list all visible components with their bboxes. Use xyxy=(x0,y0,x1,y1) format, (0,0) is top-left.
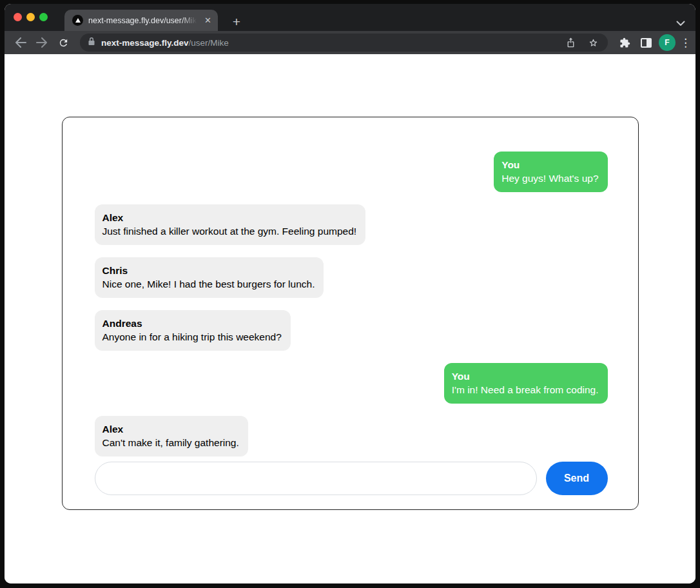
message-list: You Hey guys! What's up? Alex Just finis… xyxy=(95,152,608,456)
zoom-window-button[interactable] xyxy=(39,13,48,21)
message-sender: Andreas xyxy=(102,317,282,330)
reload-icon[interactable] xyxy=(55,34,72,51)
composer-row: Send xyxy=(95,462,608,495)
url-host: next-message.fly.dev xyxy=(101,38,189,48)
bookmark-star-icon[interactable] xyxy=(585,34,601,51)
chat-card: You Hey guys! What's up? Alex Just finis… xyxy=(62,117,639,510)
tab-strip: next-message.fly.dev/user/Mike ✕ + xyxy=(5,4,695,31)
extensions-puzzle-icon[interactable] xyxy=(616,34,633,51)
url-text: next-message.fly.dev/user/Mike xyxy=(101,38,229,48)
send-button[interactable]: Send xyxy=(546,462,608,495)
message-sender: Chris xyxy=(102,264,315,277)
message-bubble: Alex Can't make it, family gathering. xyxy=(95,416,248,456)
chevron-down-icon[interactable] xyxy=(676,17,685,29)
close-window-button[interactable] xyxy=(14,13,22,21)
site-favicon-icon xyxy=(72,15,83,26)
page-content: You Hey guys! What's up? Alex Just finis… xyxy=(5,54,695,583)
side-panel-icon[interactable] xyxy=(637,34,654,51)
browser-window: next-message.fly.dev/user/Mike ✕ + next-… xyxy=(5,4,695,583)
message-text: I'm in! Need a break from coding. xyxy=(452,383,599,397)
message-sender: Alex xyxy=(102,422,239,436)
message-input[interactable] xyxy=(95,462,537,495)
tab-close-icon[interactable]: ✕ xyxy=(203,15,213,26)
message-bubble: You I'm in! Need a break from coding. xyxy=(444,363,608,404)
address-bar[interactable]: next-message.fly.dev/user/Mike xyxy=(80,34,608,52)
new-tab-button[interactable]: + xyxy=(228,13,246,31)
message-text: Just finished a killer workout at the gy… xyxy=(102,224,357,238)
lock-icon xyxy=(88,37,95,48)
message-sender: You xyxy=(452,369,599,383)
message-text: Nice one, Mike! I had the best burgers f… xyxy=(102,277,315,291)
tab-title: next-message.fly.dev/user/Mike xyxy=(88,16,198,25)
message-text: Anyone in for a hiking trip this weekend… xyxy=(102,330,282,344)
message-bubble: Alex Just finished a killer workout at t… xyxy=(95,204,366,245)
message-bubble: Andreas Anyone in for a hiking trip this… xyxy=(95,310,291,351)
minimize-window-button[interactable] xyxy=(26,13,35,21)
back-icon[interactable] xyxy=(12,34,29,51)
forward-icon[interactable] xyxy=(34,34,50,51)
message-bubble: Chris Nice one, Mike! I had the best bur… xyxy=(95,257,324,298)
traffic-lights xyxy=(14,13,48,21)
message-text: Can't make it, family gathering. xyxy=(102,436,239,449)
browser-toolbar: next-message.fly.dev/user/Mike F ⋮ xyxy=(5,31,695,54)
message-text: Hey guys! What's up? xyxy=(501,172,598,185)
message-bubble: You Hey guys! What's up? xyxy=(494,152,607,192)
message-sender: You xyxy=(501,158,598,172)
message-sender: Alex xyxy=(102,211,357,224)
browser-tab[interactable]: next-message.fly.dev/user/Mike ✕ xyxy=(64,10,218,31)
profile-avatar[interactable]: F xyxy=(659,34,676,51)
url-path: /user/Mike xyxy=(189,38,229,48)
browser-menu-icon[interactable]: ⋮ xyxy=(680,36,689,50)
share-icon[interactable] xyxy=(562,34,579,51)
